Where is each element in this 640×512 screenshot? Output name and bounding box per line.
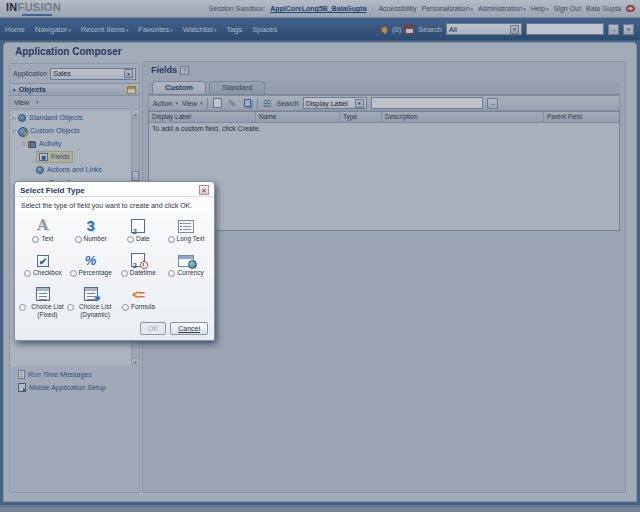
field-type-option-long-text[interactable]: Long Text: [162, 213, 210, 244]
field-type-option-date[interactable]: 2 Date: [115, 213, 163, 244]
field-type-option-datetime[interactable]: 2 Datetime: [115, 247, 163, 278]
checkbox-icon: ✔: [37, 247, 49, 267]
radio-long-text[interactable]: [168, 236, 175, 243]
field-type-options-grid: A Text 3 Number 2 Date Long Text ✔ Check…: [15, 211, 214, 320]
close-icon[interactable]: ✕: [199, 185, 209, 195]
long-text-icon: [178, 213, 194, 233]
radio-datetime[interactable]: [121, 270, 128, 277]
radio-number[interactable]: [75, 236, 82, 243]
number-field-icon: 3: [86, 213, 94, 233]
dialog-title: Select Field Type: [20, 186, 85, 195]
dialog-footer: OK Cancel: [15, 320, 214, 340]
field-type-option-percentage[interactable]: % Percentage: [67, 247, 115, 278]
choice-list-dynamic-icon: ✱: [84, 281, 98, 301]
radio-percentage[interactable]: [70, 270, 77, 277]
currency-globe-icon: [178, 247, 194, 267]
radio-checkbox[interactable]: [24, 270, 31, 277]
radio-text[interactable]: [32, 236, 39, 243]
formula-icon: <=: [132, 281, 144, 301]
ok-button[interactable]: OK: [140, 322, 166, 335]
datetime-calendar-clock-icon: 2: [131, 247, 145, 267]
percentage-icon: %: [85, 247, 97, 267]
field-type-option-formula[interactable]: <= Formula: [115, 281, 163, 320]
text-field-icon: A: [37, 213, 49, 233]
radio-date[interactable]: [127, 236, 134, 243]
select-field-type-dialog: Select Field Type ✕ Select the type of f…: [14, 181, 215, 341]
radio-choice-list-dynamic[interactable]: [67, 304, 74, 311]
radio-choice-list-fixed[interactable]: [19, 304, 26, 311]
field-type-option-choice-list-fixed[interactable]: Choice List (Fixed): [19, 281, 67, 320]
date-calendar-icon: 2: [131, 213, 145, 233]
dialog-titlebar[interactable]: Select Field Type ✕: [15, 182, 214, 196]
field-type-option-text[interactable]: A Text: [19, 213, 67, 244]
radio-currency[interactable]: [168, 270, 175, 277]
field-type-option-number[interactable]: 3 Number: [67, 213, 115, 244]
dialog-instruction: Select the type of field you want to cre…: [15, 196, 214, 211]
choice-list-icon: [36, 281, 50, 301]
radio-formula[interactable]: [122, 304, 129, 311]
field-type-option-checkbox[interactable]: ✔ Checkbox: [19, 247, 67, 278]
field-type-option-choice-list-dynamic[interactable]: ✱ Choice List (Dynamic): [67, 281, 115, 320]
clock-icon: [140, 261, 148, 269]
cancel-button[interactable]: Cancel: [170, 322, 208, 335]
field-type-option-currency[interactable]: Currency: [162, 247, 210, 278]
